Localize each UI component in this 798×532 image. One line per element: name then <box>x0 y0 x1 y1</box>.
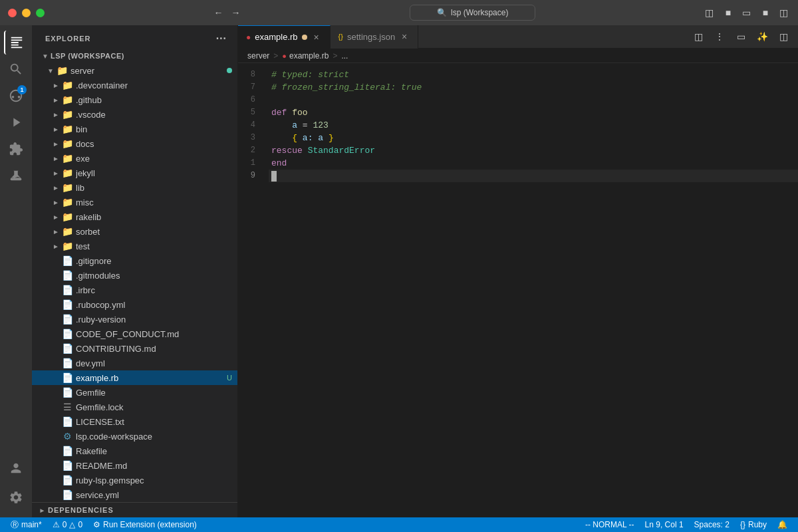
sidebar-item-sorbet[interactable]: ► 📁 sorbet <box>32 224 237 239</box>
split-editor-btn[interactable]: ◫ <box>689 27 708 46</box>
tab-settings-json[interactable]: {} settings.json × <box>331 25 419 49</box>
split-editor-icon[interactable]: ◫ <box>704 7 716 19</box>
sidebar-item-gemfile-lock[interactable]: ► ☰ Gemfile.lock <box>32 400 237 414</box>
activity-settings[interactable] <box>4 485 28 509</box>
sidebar-item-devyml[interactable]: ► 📄 dev.yml <box>32 356 237 370</box>
tab-example-rb[interactable]: ● example.rb × <box>238 25 331 49</box>
status-vim-mode[interactable]: -- NORMAL -- <box>580 517 640 532</box>
sidebar-item-misc[interactable]: ► 📁 misc <box>32 195 237 209</box>
sidebar-item-bin[interactable]: ► 📁 bin <box>32 122 237 136</box>
maximize-button[interactable] <box>36 9 45 17</box>
titlebar-actions: ◫ ■ ▭ ■ ◫ <box>704 7 790 19</box>
search-bar[interactable]: 🔍 lsp (Workspace) <box>410 5 535 21</box>
activity-accounts[interactable] <box>4 456 28 480</box>
split-right-btn[interactable]: ◫ <box>774 27 793 46</box>
license-label: LICENSE.txt <box>76 417 237 427</box>
sidebar-item-ruby-version[interactable]: ► 📄 .ruby-version <box>32 312 237 327</box>
lib-icon: 📁 <box>61 182 73 194</box>
branch-icon: Ⓡ <box>11 519 19 531</box>
activity-testing[interactable] <box>4 164 28 188</box>
sidebar-item-github[interactable]: ► 📁 .github <box>32 92 237 107</box>
server-arrow: ▼ <box>45 65 56 76</box>
splitview-icon[interactable]: ◫ <box>778 7 790 19</box>
error-icon: ⚠ <box>53 520 60 529</box>
line-content-4: a = 123 <box>269 119 798 132</box>
workspace-root[interactable]: ▼ LSP (WORKSPACE) <box>32 49 237 63</box>
layout-icon[interactable]: ■ <box>722 7 734 19</box>
code-editor[interactable]: 8 # typed: strict 7 # frozen_string_lite… <box>238 63 798 517</box>
misc-arrow: ► <box>51 197 61 207</box>
devcontainer-icon: 📁 <box>61 79 73 91</box>
breadcrumb-server[interactable]: server <box>247 51 269 61</box>
status-errors[interactable]: ⚠ 0 △ 0 <box>47 517 88 532</box>
vscode-label: .vscode <box>76 110 237 120</box>
activity-extensions[interactable] <box>4 137 28 161</box>
more-actions-icon[interactable]: ⋯ <box>215 32 227 45</box>
nav-forward-button[interactable]: → <box>230 7 242 19</box>
contributing-label: CONTRIBUTING.md <box>76 344 237 354</box>
nav-back-button[interactable]: ← <box>213 7 225 19</box>
activity-source-control[interactable]: 1 <box>4 84 28 108</box>
sidebar-item-rakefile[interactable]: ► 📄 Rakefile <box>32 444 237 458</box>
vscode-icon: 📁 <box>61 108 73 120</box>
misc-icon: 📁 <box>61 196 73 208</box>
status-ln-col[interactable]: Ln 9, Col 1 <box>640 517 689 532</box>
sidebar-item-docs[interactable]: ► 📁 docs <box>32 136 237 151</box>
gemspec-label: ruby-lsp.gemspec <box>76 475 237 485</box>
close-button[interactable] <box>8 9 17 17</box>
tab-close-button[interactable]: × <box>311 32 322 43</box>
status-spaces[interactable]: Spaces: 2 <box>689 517 735 532</box>
readme-label: README.md <box>76 461 237 471</box>
sidebar-item-irbrc[interactable]: ► 📄 .irbrc <box>32 283 237 297</box>
activity-search[interactable] <box>4 57 28 81</box>
code-line-4: 4 a = 123 <box>238 119 798 132</box>
tab-settings-close-button[interactable]: × <box>399 31 410 42</box>
sidebar-item-lib[interactable]: ► 📁 lib <box>32 180 237 195</box>
sidebar-item-server[interactable]: ▼ 📁 server <box>32 63 237 78</box>
status-encoding[interactable]: {} Ruby <box>735 517 772 532</box>
sidebar-item-gitmodules[interactable]: ► 📄 .gitmodules <box>32 268 237 283</box>
sidebar-item-gemfile[interactable]: ► 📄 Gemfile <box>32 385 237 400</box>
sidebar-item-service-yml[interactable]: ► 📄 service.yml <box>32 487 237 502</box>
status-branch[interactable]: Ⓡ main* <box>5 517 47 532</box>
layout2-icon[interactable]: ▭ <box>741 7 753 19</box>
gitmodules-label: .gitmodules <box>76 271 237 281</box>
breadcrumb-example-rb[interactable]: ● example.rb <box>282 51 329 61</box>
sidebar-item-gitignore[interactable]: ► 📄 .gitignore <box>32 253 237 268</box>
status-bell[interactable]: 🔔 <box>772 517 793 532</box>
sidebar-item-exe[interactable]: ► 📁 exe <box>32 151 237 166</box>
sidebar-item-rubocop[interactable]: ► 📄 .rubocop.yml <box>32 297 237 312</box>
line-num-2: 2 <box>238 144 269 157</box>
activity-run-debug[interactable] <box>4 110 28 134</box>
sidebar-item-test[interactable]: ► 📁 test <box>32 239 237 253</box>
sidebar-item-devcontainer[interactable]: ► 📁 .devcontainer <box>32 78 237 92</box>
layout3-icon[interactable]: ■ <box>759 7 771 19</box>
test-arrow: ► <box>51 241 61 251</box>
status-run-extension[interactable]: ⚙ Run Extension (extension) <box>88 517 202 532</box>
irbrc-label: .irbrc <box>76 285 237 295</box>
minimize-button[interactable] <box>22 9 31 17</box>
dependencies-header[interactable]: ► DEPENDENCIES <box>32 503 237 517</box>
sidebar-header: Explorer ⋯ <box>32 25 237 49</box>
breadcrumb-sep-1: > <box>273 51 278 61</box>
sidebar-item-vscode[interactable]: ► 📁 .vscode <box>32 107 237 122</box>
sidebar-item-example-rb[interactable]: ► 📄 example.rb U <box>32 370 237 385</box>
sidebar-item-license[interactable]: ► 📄 LICENSE.txt <box>32 414 237 429</box>
layout-btn[interactable]: ▭ <box>732 27 750 46</box>
code-line-3: 3 { a: a } <box>238 132 798 144</box>
sidebar-item-jekyll[interactable]: ► 📁 jekyll <box>32 166 237 180</box>
sidebar-item-workspace[interactable]: ► ⚙ lsp.code-workspace <box>32 429 237 444</box>
sidebar-item-readme[interactable]: ► 📄 README.md <box>32 458 237 473</box>
sidebar-item-contributing[interactable]: ► 📄 CONTRIBUTING.md <box>32 341 237 356</box>
contributing-icon: 📄 <box>61 342 73 354</box>
sidebar-item-rakelib[interactable]: ► 📁 rakelib <box>32 209 237 224</box>
line-content-1: end <box>269 157 798 170</box>
activity-explorer[interactable] <box>4 31 28 55</box>
ruby-version-icon: 📄 <box>61 313 73 325</box>
magic-btn[interactable]: ✨ <box>753 27 771 46</box>
line-num-8: 8 <box>238 68 269 81</box>
devyml-icon: 📄 <box>61 357 73 369</box>
breadcrumb-btn[interactable]: ⋮ <box>710 27 729 46</box>
sidebar-item-code-of-conduct[interactable]: ► 📄 CODE_OF_CONDUCT.md <box>32 327 237 341</box>
sidebar-item-gemspec[interactable]: ► 📄 ruby-lsp.gemspec <box>32 473 237 487</box>
